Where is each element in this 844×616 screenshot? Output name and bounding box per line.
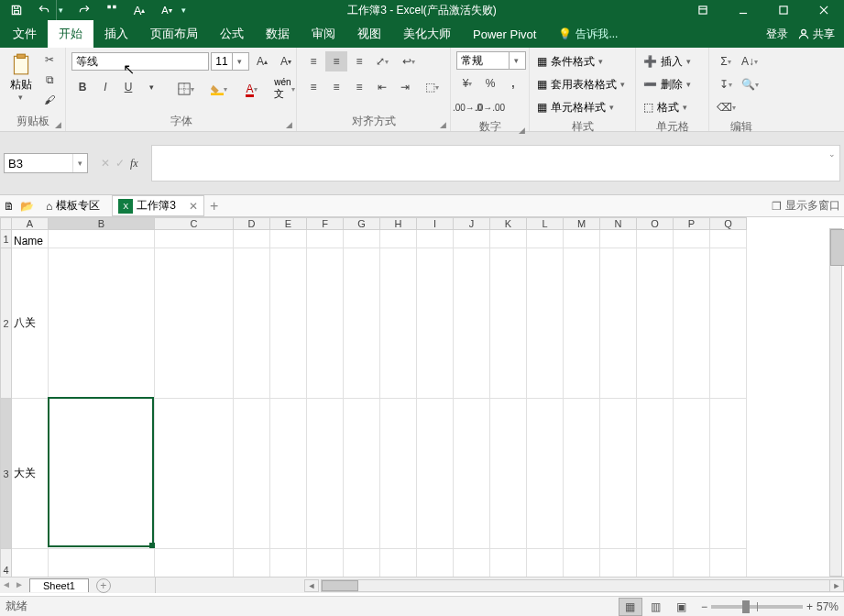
- cell-P2[interactable]: [674, 248, 710, 399]
- cell-P3[interactable]: [674, 399, 710, 549]
- new-doc-icon[interactable]: 🗎: [4, 200, 15, 213]
- align-center-icon[interactable]: ≡: [325, 77, 347, 97]
- col-header-D[interactable]: D: [234, 218, 270, 230]
- cell-K2[interactable]: [490, 248, 527, 399]
- cell-G4[interactable]: [344, 549, 380, 578]
- cell-H4[interactable]: [380, 549, 417, 578]
- cell-O3[interactable]: [637, 399, 674, 549]
- cell-K3[interactable]: [490, 399, 527, 549]
- delete-cells-button[interactable]: ➖删除▾: [641, 74, 693, 94]
- col-header-E[interactable]: E: [270, 218, 307, 230]
- cell-D2[interactable]: [234, 248, 270, 399]
- ribbonmode-icon[interactable]: [683, 0, 723, 20]
- fill-icon[interactable]: ↧: [715, 74, 737, 94]
- font-name-combo[interactable]: ▾: [71, 52, 209, 71]
- enter-formula-icon[interactable]: ✓: [115, 157, 125, 170]
- zoom-value[interactable]: 57%: [817, 600, 839, 613]
- cell-A1[interactable]: Name: [12, 230, 49, 248]
- view-normal-icon[interactable]: ▦: [619, 598, 642, 616]
- cell-I1[interactable]: [417, 230, 454, 248]
- cell-F4[interactable]: [307, 549, 344, 578]
- align-top-icon[interactable]: ≡: [302, 51, 324, 72]
- col-header-M[interactable]: M: [564, 218, 600, 230]
- cell-F2[interactable]: [307, 248, 344, 399]
- underline-button[interactable]: U: [117, 77, 139, 97]
- number-launcher-icon[interactable]: ◢: [519, 126, 525, 135]
- cell-G3[interactable]: [344, 399, 380, 549]
- col-header-K[interactable]: K: [490, 218, 527, 230]
- maximize-icon[interactable]: [763, 0, 804, 20]
- cell-A2[interactable]: 八关: [12, 248, 49, 399]
- view-pagebreak-icon[interactable]: ▣: [670, 598, 694, 616]
- cell-B3[interactable]: [49, 399, 155, 549]
- redo-icon[interactable]: [71, 0, 97, 20]
- touchmode-icon[interactable]: [99, 0, 125, 20]
- insert-cells-button[interactable]: ➕插入▾: [641, 51, 693, 72]
- cell-K4[interactable]: [490, 549, 527, 578]
- clipboard-launcher-icon[interactable]: ◢: [55, 120, 61, 129]
- col-header-O[interactable]: O: [637, 218, 674, 230]
- bold-button[interactable]: B: [71, 77, 93, 97]
- cell-J1[interactable]: [454, 230, 490, 248]
- zoom-out-icon[interactable]: −: [701, 600, 707, 613]
- cell-J3[interactable]: [454, 399, 490, 549]
- find-icon[interactable]: 🔍: [739, 74, 761, 94]
- cell-F1[interactable]: [307, 230, 344, 248]
- merge-icon[interactable]: ⬚: [417, 77, 446, 97]
- col-header-A[interactable]: A: [12, 218, 49, 230]
- fontcolor-button[interactable]: A: [236, 77, 268, 101]
- view-pagelayout-icon[interactable]: ▥: [644, 598, 668, 616]
- orientation-icon[interactable]: ⤢: [371, 51, 393, 72]
- new-tab-icon[interactable]: +: [210, 198, 218, 214]
- vertical-scrollbar[interactable]: [829, 228, 844, 577]
- number-format-combo[interactable]: ▾: [456, 51, 526, 70]
- cell-A3[interactable]: 大关: [12, 399, 49, 549]
- shrink-font-icon[interactable]: A▾: [275, 51, 297, 72]
- border-button[interactable]: [170, 77, 202, 101]
- comma-icon[interactable]: ,: [502, 73, 524, 94]
- cell-H1[interactable]: [380, 230, 417, 248]
- col-header-I[interactable]: I: [417, 218, 454, 230]
- cell-D3[interactable]: [234, 399, 270, 549]
- cell-B2[interactable]: [49, 248, 155, 399]
- share-button[interactable]: 共享: [797, 27, 835, 42]
- tab-data[interactable]: 数据: [255, 20, 301, 48]
- cell-C1[interactable]: [155, 230, 234, 248]
- formula-bar[interactable]: ⌄: [151, 145, 840, 182]
- font-inc-icon[interactable]: A▴: [126, 0, 152, 20]
- cell-N2[interactable]: [600, 248, 637, 399]
- row-header-2[interactable]: 2: [1, 248, 12, 399]
- cell-M4[interactable]: [564, 549, 600, 578]
- font-dec-icon[interactable]: A▾: [154, 0, 180, 20]
- underline-menu-icon[interactable]: ▾: [140, 77, 162, 97]
- align-left-icon[interactable]: ≡: [302, 77, 324, 97]
- italic-button[interactable]: I: [94, 77, 116, 97]
- undo-icon[interactable]: [31, 0, 57, 20]
- workbook-tab[interactable]: X工作簿3✕: [112, 195, 204, 216]
- cell-N4[interactable]: [600, 549, 637, 578]
- paste-button[interactable]: 粘贴 ▾: [5, 51, 36, 102]
- undo-more-icon[interactable]: ▾: [59, 6, 70, 15]
- font-launcher-icon[interactable]: ◢: [286, 120, 292, 129]
- tab-file[interactable]: 文件: [2, 20, 48, 48]
- cell-J2[interactable]: [454, 248, 490, 399]
- cancel-formula-icon[interactable]: ✕: [101, 157, 110, 170]
- font-size-combo[interactable]: ▾: [211, 52, 249, 71]
- align-bottom-icon[interactable]: ≡: [348, 51, 370, 72]
- cell-C2[interactable]: [155, 248, 234, 399]
- name-box[interactable]: ▾: [4, 153, 88, 173]
- cell-E1[interactable]: [270, 230, 307, 248]
- tab-insert[interactable]: 插入: [93, 20, 139, 48]
- cell-C4[interactable]: [155, 549, 234, 578]
- col-header-F[interactable]: F: [307, 218, 344, 230]
- autosum-icon[interactable]: Σ: [715, 51, 737, 72]
- sort-icon[interactable]: A↓: [739, 51, 761, 72]
- cell-B4[interactable]: [49, 549, 155, 578]
- cell-E2[interactable]: [270, 248, 307, 399]
- currency-icon[interactable]: ¥: [456, 73, 478, 94]
- cell-I2[interactable]: [417, 248, 454, 399]
- cell-N1[interactable]: [600, 230, 637, 248]
- signin-link[interactable]: 登录: [766, 27, 788, 42]
- qat-customize-icon[interactable]: ▾: [181, 6, 192, 15]
- cell-F3[interactable]: [307, 399, 344, 549]
